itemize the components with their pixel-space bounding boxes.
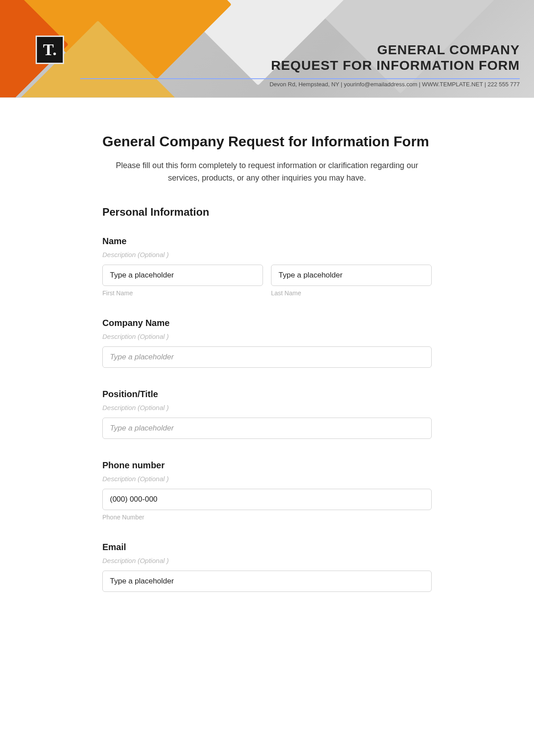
- position-desc: Description (Optional ): [102, 404, 432, 411]
- field-name: Name Description (Optional ) First Name …: [102, 236, 432, 297]
- form-content: General Company Request for Information …: [85, 98, 449, 640]
- company-desc: Description (Optional ): [102, 333, 432, 340]
- last-name-input[interactable]: [271, 265, 432, 286]
- banner-title-line1: GENERAL COMPANY: [377, 42, 520, 57]
- section-personal-info: Personal Information: [102, 206, 432, 218]
- phone-input[interactable]: [102, 489, 432, 510]
- email-input[interactable]: [102, 571, 432, 592]
- field-company: Company Name Description (Optional ): [102, 318, 432, 368]
- field-email: Email Description (Optional ): [102, 542, 432, 592]
- company-input[interactable]: [102, 346, 432, 368]
- last-name-sublabel: Last Name: [271, 290, 432, 297]
- company-label: Company Name: [102, 318, 432, 328]
- first-name-sublabel: First Name: [102, 290, 263, 297]
- page-title: General Company Request for Information …: [102, 133, 432, 150]
- banner-subline: Devon Rd, Hempstead, NY | yourinfo@email…: [80, 78, 520, 88]
- field-position: Position/Title Description (Optional ): [102, 389, 432, 439]
- name-desc: Description (Optional ): [102, 251, 432, 258]
- first-name-input[interactable]: [102, 265, 263, 286]
- phone-label: Phone number: [102, 460, 432, 470]
- email-desc: Description (Optional ): [102, 557, 432, 564]
- position-label: Position/Title: [102, 389, 432, 399]
- banner-title-line2: REQUEST FOR INFORMATION FORM: [271, 58, 520, 72]
- header-banner: T. GENERAL COMPANY REQUEST FOR INFORMATI…: [0, 0, 534, 98]
- name-label: Name: [102, 236, 432, 246]
- phone-sublabel: Phone Number: [102, 514, 432, 521]
- position-input[interactable]: [102, 418, 432, 439]
- email-label: Email: [102, 542, 432, 552]
- phone-desc: Description (Optional ): [102, 475, 432, 483]
- logo: T.: [36, 36, 64, 64]
- banner-title: GENERAL COMPANY REQUEST FOR INFORMATION …: [271, 42, 520, 73]
- logo-text: T.: [43, 40, 57, 59]
- field-phone: Phone number Description (Optional ) Pho…: [102, 460, 432, 521]
- page-description: Please fill out this form completely to …: [102, 160, 432, 185]
